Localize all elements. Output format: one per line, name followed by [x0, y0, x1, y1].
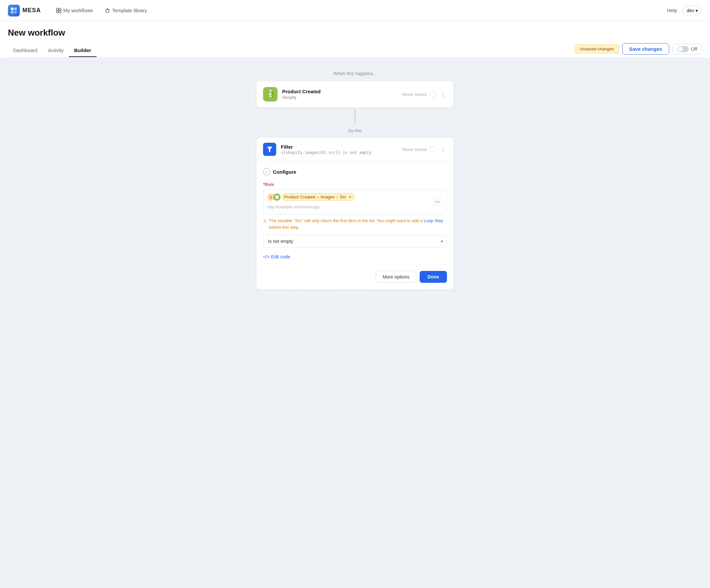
- connector-line-1: [355, 109, 355, 121]
- warning-icon: ⚠: [263, 218, 267, 225]
- logo-area: MESA: [8, 5, 41, 17]
- save-changes-button[interactable]: Save changes: [622, 43, 669, 55]
- toggle-off-button[interactable]: Off: [672, 44, 702, 54]
- trigger-subtitle: Shopify: [282, 95, 398, 100]
- filter-more-button[interactable]: ⋮: [439, 145, 447, 153]
- filter-title: Filter: [281, 144, 398, 150]
- condition-dropdown-wrapper: Is not empty Is empty Equals Does not eq…: [263, 235, 447, 248]
- shopify-trigger-icon: [263, 87, 278, 101]
- filter-subtitle: {{shopify.images[0].src}} is not empty: [281, 150, 398, 155]
- collapse-icon[interactable]: −: [263, 168, 270, 175]
- unsaved-badge: Unsaved changes: [574, 45, 619, 53]
- code-toggle-button[interactable]: </>: [432, 198, 443, 206]
- condition-dropdown[interactable]: Is not empty Is empty Equals Does not eq…: [263, 235, 447, 248]
- header: MESA My workflows Template library Help …: [0, 0, 710, 21]
- tab-activity[interactable]: Activity: [43, 44, 69, 57]
- tag-pill[interactable]: Product Created › Images › Src ×: [282, 193, 355, 201]
- filter-card-right: Never tested ⋮: [402, 145, 447, 153]
- edit-code-button[interactable]: </> Edit code: [263, 253, 290, 261]
- toggle-track: [677, 46, 689, 52]
- svg-rect-7: [59, 11, 61, 13]
- chevron-down-icon: ▾: [695, 8, 698, 13]
- nav-my-workflows-label: My workflows: [63, 7, 93, 13]
- tab-actions: Unsaved changes Save changes Off: [574, 43, 702, 57]
- filter-header: Filter {{shopify.images[0].src}} is not …: [256, 137, 454, 161]
- loop-step-link[interactable]: Loop Step: [424, 218, 443, 223]
- filter-status-circle: [430, 146, 436, 152]
- svg-rect-1: [14, 7, 17, 10]
- trigger-status: Never tested: [402, 92, 427, 97]
- trigger-title: Product Created: [282, 89, 398, 94]
- tag-product-created: Product Created: [284, 194, 315, 199]
- tag-shopify-icon: [273, 193, 281, 201]
- filter-section: Filter {{shopify.images[0].src}} is not …: [256, 137, 454, 290]
- tag-src: Src: [340, 194, 347, 199]
- logo-icon: [8, 5, 20, 17]
- env-badge[interactable]: dev ▾: [682, 6, 702, 15]
- configure-section: − Configure *Rule 1: [256, 161, 454, 289]
- trigger-info: Product Created Shopify: [282, 89, 398, 100]
- toggle-label: Off: [691, 46, 697, 52]
- arrow-down-icon: ↓: [354, 120, 356, 125]
- svg-rect-2: [11, 11, 14, 14]
- configure-title: Configure: [273, 169, 296, 175]
- warning-prefix: The variable "Src" will only return the …: [269, 218, 424, 223]
- svg-rect-4: [56, 8, 58, 10]
- trigger-more-button[interactable]: ⋮: [439, 90, 447, 98]
- when-label: When this happens...: [333, 71, 377, 76]
- nav-template-library[interactable]: Template library: [100, 5, 151, 16]
- tag-arrow-1: ›: [317, 195, 319, 199]
- tag-arrow-2: ›: [336, 195, 338, 199]
- svg-rect-5: [59, 8, 61, 10]
- filter-card: Filter {{shopify.images[0].src}} is not …: [256, 137, 454, 290]
- grid-icon: [56, 8, 61, 13]
- help-link[interactable]: Help: [667, 7, 677, 13]
- trigger-status-circle: [430, 91, 436, 97]
- svg-rect-0: [11, 7, 14, 10]
- tabs-bar: Dashboard Activity Builder Unsaved chang…: [8, 43, 702, 58]
- rule-label-text: Rule: [265, 182, 274, 187]
- filter-info: Filter {{shopify.images[0].src}} is not …: [281, 144, 398, 155]
- svg-rect-6: [56, 11, 58, 13]
- tag-close-button[interactable]: ×: [349, 195, 351, 199]
- trigger-card[interactable]: Product Created Shopify Never tested ⋮: [256, 81, 454, 108]
- filter-status: Never tested: [402, 147, 427, 152]
- rule-field[interactable]: 1 Product Created › Images › Sr: [263, 189, 447, 214]
- nav-template-library-label: Template library: [112, 7, 147, 13]
- tab-dashboard[interactable]: Dashboard: [8, 44, 43, 57]
- bag-icon: [105, 8, 110, 13]
- warning-suffix: before this step.: [269, 225, 300, 230]
- rule-label: *Rule: [263, 182, 447, 187]
- rule-tags-row: 1 Product Created › Images › Sr: [267, 193, 443, 201]
- connector-1: ↓: [354, 109, 356, 125]
- tab-builder[interactable]: Builder: [69, 44, 97, 57]
- svg-rect-3: [14, 11, 17, 14]
- warning-text: ⚠ The variable "Src" will only return th…: [263, 217, 447, 230]
- warning-message: The variable "Src" will only return the …: [269, 217, 447, 230]
- page-header: New workflow Dashboard Activity Builder …: [0, 21, 710, 58]
- logo-text: MESA: [22, 7, 41, 14]
- do-this-label: Do this: [349, 128, 361, 133]
- toggle-thumb: [678, 47, 683, 51]
- page-title: New workflow: [8, 28, 702, 38]
- trigger-card-right: Never tested ⋮: [402, 90, 447, 98]
- action-row: More options Done: [263, 264, 447, 283]
- header-right: Help dev ▾: [667, 6, 702, 15]
- rule-example-value: http://example.com/burton.jpg: [267, 203, 443, 211]
- env-label: dev: [687, 8, 694, 13]
- configure-header: − Configure: [263, 168, 447, 175]
- done-button[interactable]: Done: [420, 271, 447, 283]
- more-options-button[interactable]: More options: [376, 271, 416, 283]
- canvas: When this happens... Product Created Sho…: [0, 58, 710, 588]
- tag-images: Images: [321, 194, 335, 199]
- nav-links: My workflows Template library: [51, 5, 667, 16]
- filter-icon: [263, 143, 276, 156]
- nav-my-workflows[interactable]: My workflows: [51, 5, 98, 16]
